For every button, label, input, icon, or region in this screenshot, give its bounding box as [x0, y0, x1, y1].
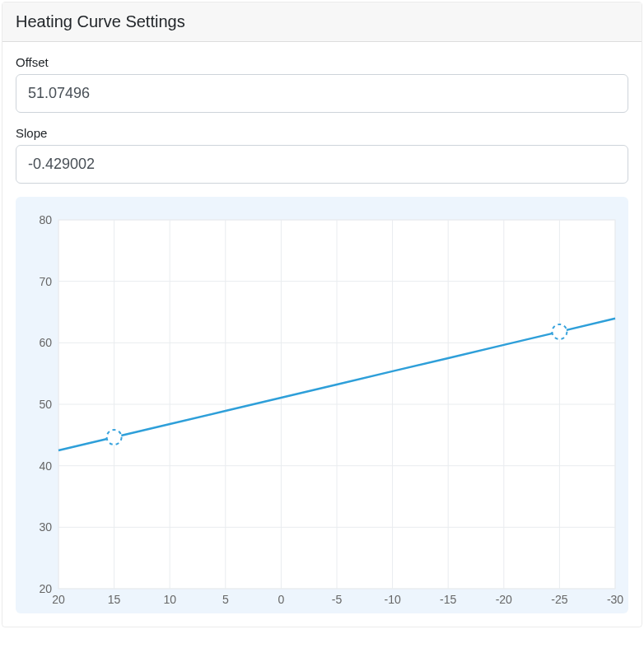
y-tick-label: 50	[39, 398, 52, 411]
x-tick-label: -30	[607, 593, 623, 606]
chart-container: 20151050-5-10-15-20-25-3020304050607080	[16, 197, 628, 613]
x-axis: 20151050-5-10-15-20-25-30	[52, 593, 623, 606]
x-tick-label: 10	[163, 593, 176, 606]
offset-label: Offset	[16, 55, 628, 69]
card-title: Heating Curve Settings	[2, 2, 642, 42]
x-tick-label: -10	[384, 593, 400, 606]
curve-handle-2[interactable]	[552, 324, 567, 339]
slope-label: Slope	[16, 126, 628, 140]
heating-curve-chart[interactable]: 20151050-5-10-15-20-25-3020304050607080	[21, 202, 623, 613]
slope-input[interactable]	[16, 145, 628, 184]
card-body: Offset Slope 20151050-5-10-15-20-25-3020…	[2, 42, 642, 627]
y-tick-label: 70	[39, 275, 52, 288]
y-tick-label: 60	[39, 337, 52, 350]
x-tick-label: -25	[551, 593, 567, 606]
x-tick-label: -15	[440, 593, 456, 606]
y-tick-label: 20	[39, 582, 52, 595]
offset-group: Offset	[16, 55, 628, 113]
x-tick-label: -20	[496, 593, 512, 606]
y-tick-label: 80	[39, 213, 52, 226]
settings-card: Heating Curve Settings Offset Slope 2015…	[2, 2, 642, 627]
y-axis: 20304050607080	[39, 213, 52, 595]
y-tick-label: 40	[39, 459, 52, 473]
slope-group: Slope	[16, 126, 628, 184]
y-tick-label: 30	[39, 521, 52, 534]
x-tick-label: 20	[52, 593, 65, 606]
offset-input[interactable]	[16, 74, 628, 113]
x-tick-label: 5	[222, 593, 229, 606]
curve-handle-1[interactable]	[107, 430, 122, 445]
x-tick-label: 15	[108, 593, 121, 606]
x-tick-label: 0	[278, 593, 285, 606]
x-tick-label: -5	[332, 593, 343, 606]
